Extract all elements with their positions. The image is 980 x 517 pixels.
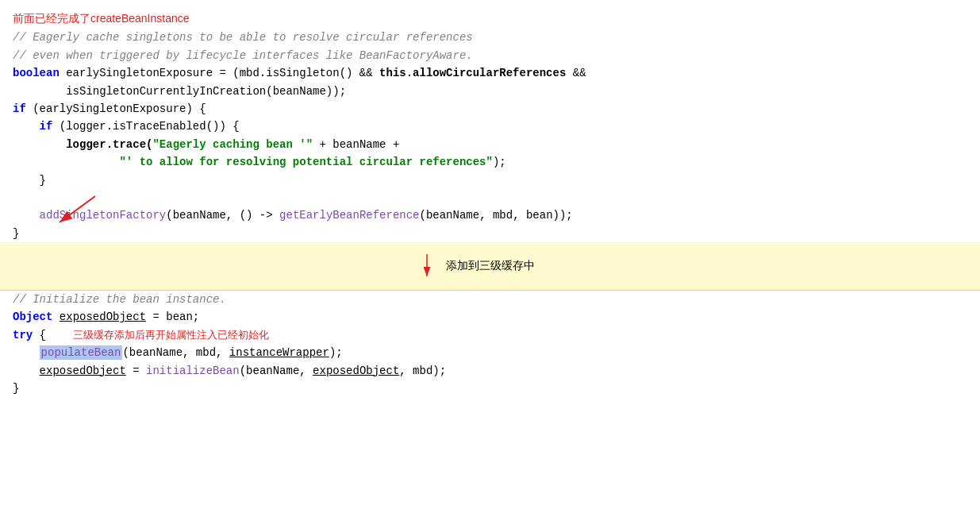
addsingleton-wrapper: addSingletonFactory(beanName, () -> getE… [0,206,980,224]
if-condition1: (earlySingletonExposure) { [26,102,206,115]
initializebean-args: (beanName, exposedObject, mbd); [240,365,446,377]
code-line-initializebean: exposedObject = initializeBean(beanName,… [0,362,980,380]
arrow-annotation-container: 添加到三级缓存中 [0,242,980,290]
code-line-populate: populateBean(beanName, mbd, instanceWrap… [0,344,980,361]
keyword-if2: if [40,120,53,133]
close-paren-logger: ); [493,156,506,168]
populatebean-args: (beanName, mbd, instanceWrapper); [122,346,342,359]
comment-line-1: // Eagerly cache singletons to be able t… [0,29,980,46]
try-open: { [33,329,72,341]
code-line-if1: if (earlySingletonExposure) { [0,100,980,118]
svg-line-1 [60,196,95,222]
code-line-close-inner: } [0,172,980,189]
method-populatebean: populateBean [41,346,121,359]
logger-call: logger.trace( [66,138,152,151]
dot-allow: . [406,67,413,79]
keyword-this: this [379,67,406,79]
code-container: 前面已经完成了createBeanInstance // Eagerly cac… [0,0,980,403]
addsingleton-args: (beanName, () -> [166,209,279,222]
code-line-logger1: logger.trace("Eagerly caching bean '" + … [0,136,980,153]
keyword-object: Object [13,311,52,323]
string-eagerly: "Eagerly caching bean '" [152,138,313,151]
keyword-try: try [13,329,33,341]
comment-line-2: // even when triggered by lifecycle inte… [0,47,980,64]
code-line-try: try { 三级缓存添加后再开始属性注入已经初始化 [0,326,980,344]
keyword-boolean: boolean [13,67,60,79]
method-getearly: getEarlyBeanReference [279,209,419,222]
code-line-if2: if (logger.isTraceEnabled()) { [0,118,980,135]
and-and: && [566,67,586,79]
code-line-boolean: boolean earlySingletonExposure = (mbd.is… [0,64,980,82]
populatebean-highlight: populateBean [40,345,123,360]
concat-beanname: + beanName + [313,138,399,151]
code-line-close-outer: } [0,225,980,242]
getearly-args: (beanName, mbd, bean)); [420,209,573,222]
method-allowCircular: allowCircularReferences [413,67,566,79]
annotation-arrow-svg [411,246,570,286]
top-annotation: 前面已经完成了createBeanInstance [0,6,980,29]
code-line-issingleton: isSingletonCurrentlyInCreation(beanName)… [0,83,980,100]
var-earlySingleton: earlySingletonExposure = (mbd.isSingleto… [60,67,379,79]
var-exposedobject: exposedObject = bean; [52,311,199,323]
code-line-logger2: "' to allow for resolving potential circ… [0,153,980,171]
method-initializebean: initializeBean [146,365,240,377]
code-line-blank1 [0,189,980,206]
string-allow: "' to allow for resolving potential circ… [119,156,492,168]
comment-initialize: // Initialize the bean instance. [0,291,980,308]
arrow-svg [48,192,143,232]
keyword-if1: if [13,102,26,115]
assign-initialize: = [126,365,146,377]
try-annotation: 三级缓存添加后再开始属性注入已经初始化 [73,329,269,341]
code-line-object: Object exposedObject = bean; [0,308,980,326]
if-condition2: (logger.isTraceEnabled()) { [52,120,239,133]
method-issingleton: isSingletonCurrentlyInCreation(beanName)… [66,85,346,98]
code-line-close-try: } [0,380,980,397]
var-exposedobject2: exposedObject [40,365,126,377]
